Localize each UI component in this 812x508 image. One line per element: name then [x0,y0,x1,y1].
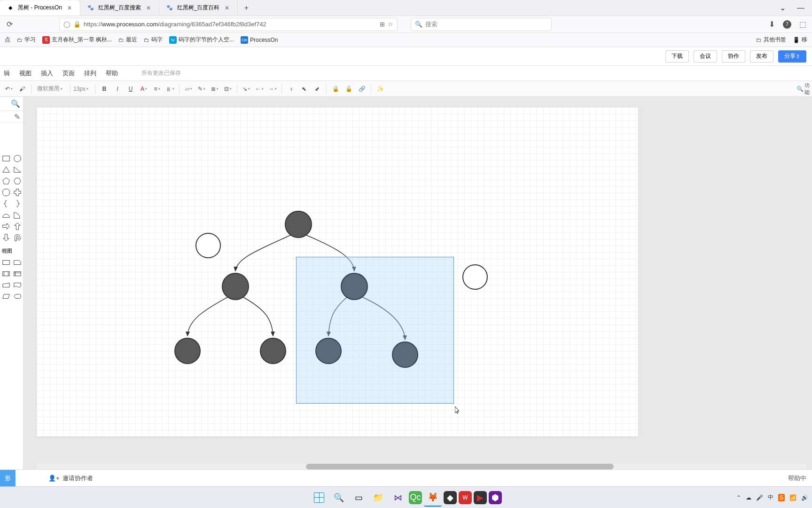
share-button[interactable]: 分享 ⇧ [778,50,806,63]
tree-node[interactable] [260,338,286,364]
shape-internal-storage[interactable] [13,270,22,278]
unlock-icon[interactable]: 🔓 [343,83,355,95]
chevron-up-icon[interactable]: ⌃ [736,494,741,501]
start-button[interactable] [310,489,328,507]
tree-node[interactable] [341,273,368,300]
download-icon[interactable]: ⬇ [767,20,776,29]
bookmark-other-folder[interactable]: 🗀其他书签 [756,36,786,44]
firefox-icon[interactable]: 🦊 [424,489,442,507]
app-icon[interactable]: ▶ [474,491,487,504]
tree-node[interactable] [285,211,312,238]
shape-brace-left[interactable] [2,199,10,208]
explorer-icon[interactable]: 📁 [369,489,387,507]
invite-collaborator-button[interactable]: 👤+ 邀请协作者 [48,474,93,483]
notification-badge[interactable]: 7 [783,20,791,29]
publish-button[interactable]: 发布 [750,50,773,63]
lock-icon[interactable]: 🔒 [329,83,342,95]
tree-node[interactable] [392,341,418,368]
reload-icon[interactable]: ⟳ [5,20,14,29]
browser-search-input[interactable]: 🔍 搜索 [411,18,552,31]
undo-icon[interactable]: ↶ [3,83,15,95]
bookmark-mobile[interactable]: 📱移 [793,36,807,44]
url-input[interactable]: ◯ 🔒 https://www.processon.com/diagraming… [59,18,398,31]
shape-hexagon[interactable] [13,177,22,185]
close-icon[interactable]: ✕ [66,4,73,12]
tree-node[interactable] [195,233,221,258]
shape-predefined[interactable] [2,270,10,278]
connector-icon[interactable]: ↘ [240,83,252,95]
align-icon[interactable]: ≡ [151,83,163,95]
shape-quarter-circle[interactable] [13,211,22,219]
shape-process[interactable] [2,258,10,267]
menu-insert[interactable]: 插入 [41,69,53,78]
shape-circle[interactable] [13,154,22,163]
edge[interactable] [243,297,273,336]
help-center-link[interactable]: 帮助中 [788,474,806,483]
tree-node[interactable] [222,273,249,300]
shape-arrow-up[interactable] [13,222,22,230]
bold-icon[interactable]: B [98,83,110,95]
extension-icon[interactable]: ⬚ [798,20,807,29]
magic-icon[interactable]: ✨ [374,83,386,95]
tree-node[interactable] [174,338,201,364]
arrow-start-icon[interactable]: ← [253,83,265,95]
shape-manual-input[interactable] [2,281,10,289]
close-icon[interactable]: ✕ [223,4,231,12]
bookmark-item[interactable]: 点 [5,36,10,44]
menu-page[interactable]: 页面 [62,69,75,78]
shape-semicircle[interactable] [2,211,10,219]
shape-right-triangle[interactable] [13,166,22,174]
new-tab-button[interactable]: + [240,1,253,15]
send-back-icon[interactable]: ⬋ [311,83,323,95]
shape-pentagon[interactable] [2,177,10,185]
fill-color-icon[interactable]: ▱ [182,83,195,95]
ime-icon[interactable]: 中 [768,493,773,501]
app-icon[interactable]: ◆ [444,491,457,504]
app-icon[interactable]: Qc [409,491,422,504]
bring-front-icon[interactable]: ⬉ [298,83,310,95]
italic-icon[interactable]: I [111,83,124,95]
shape-display[interactable] [13,292,22,301]
task-view-icon[interactable]: ▭ [350,489,367,507]
line-height-icon[interactable]: ⫼ [164,83,176,95]
cloud-icon[interactable]: ☁ [746,494,751,501]
menu-help[interactable]: 帮助 [106,69,118,78]
stroke-color-icon[interactable]: ✎ [195,83,208,95]
align-left-icon[interactable]: ⫞ [285,83,297,95]
bookmark-folder[interactable]: 🗀码字 [144,36,163,44]
star-icon[interactable]: ☆ [388,21,393,28]
border-style-icon[interactable]: ⊟ [222,83,234,95]
shape-card[interactable] [13,258,22,267]
vscode-icon[interactable]: ⋈ [389,489,407,507]
canvas-horizontal-scrollbar[interactable] [37,464,806,469]
minimize-icon[interactable]: — [797,4,804,12]
canvas[interactable] [37,107,638,437]
shape-arrow-right[interactable] [2,222,10,230]
format-painter-icon[interactable]: 🖌 [16,83,28,95]
search-icon[interactable]: 🔍 [330,489,348,507]
underline-icon[interactable]: U [125,83,137,95]
footer-shape-tab[interactable]: 形 [0,470,16,486]
mic-icon[interactable]: 🎤 [756,494,763,501]
tab-dropdown-icon[interactable]: ⌄ [780,3,786,12]
edge[interactable] [187,297,227,336]
shape-document[interactable] [13,281,22,289]
sidebar-edit-icon[interactable]: ✎ [0,111,23,123]
tree-node[interactable] [315,338,342,364]
wps-icon[interactable]: W [459,491,472,504]
sidebar-search-icon[interactable]: 🔍 [0,97,23,111]
shape-arrow-uturn[interactable] [13,233,22,242]
search-function-icon[interactable]: 🔍功能 [797,83,809,95]
menu-arrange[interactable]: 排列 [84,69,96,78]
volume-icon[interactable]: 🔊 [801,494,808,501]
shape-data[interactable] [2,292,10,301]
text-color-icon[interactable]: A [138,83,150,95]
tree-node[interactable] [462,264,488,290]
meeting-button[interactable]: 会议 [694,50,717,63]
bookmark-item[interactable]: tv码字的字节的个人空... [169,36,234,44]
bookmark-item[interactable]: 玄玄月春秋_第一章 枫秋... [42,36,112,44]
tab-baidu-baike[interactable]: 🐾 红黑树_百度百科 ✕ [159,0,238,16]
bookmark-folder[interactable]: 🗀最近 [118,36,137,44]
tab-processon[interactable]: ◆ 黑树 - ProcessOn ✕ [0,0,80,16]
shape-brace-right[interactable] [13,199,22,208]
